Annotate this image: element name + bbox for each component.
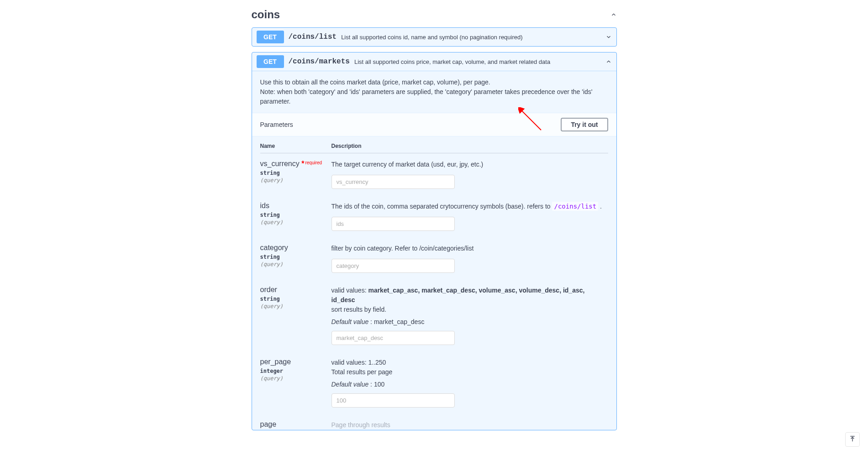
section-title: coins <box>252 8 280 21</box>
parameters-title: Parameters <box>260 121 293 128</box>
description-line: Note: when both 'category' and 'ids' par… <box>260 87 608 106</box>
chevron-down-icon <box>605 34 612 40</box>
param-type: string <box>260 212 331 218</box>
param-row-category: category string (query) filter by coin c… <box>260 244 608 273</box>
endpoint-description: Use this to obtain all the coins market … <box>252 71 616 113</box>
endpoint-path: /coins/list <box>289 33 337 41</box>
param-description: The target currency of market data (usd,… <box>331 160 608 169</box>
param-name: page <box>260 420 331 429</box>
param-desc-cell: The ids of the coin, comma separated cry… <box>331 202 608 231</box>
param-row-per-page: per_page integer (query) valid values: 1… <box>260 358 608 408</box>
param-name-cell: page <box>260 420 331 430</box>
param-in: (query) <box>260 261 331 267</box>
param-row-vs-currency: vs_currency *required string (query) The… <box>260 160 608 189</box>
param-row-page: page Page through results <box>260 420 608 430</box>
endpoint-coins-list: GET /coins/list List all supported coins… <box>252 27 617 47</box>
param-in: (query) <box>260 219 331 225</box>
endpoint-summary-row[interactable]: GET /coins/markets List all supported co… <box>252 52 616 71</box>
parameters-header: Parameters Try it out <box>252 113 616 136</box>
param-type: integer <box>260 368 331 374</box>
required-label: required <box>305 160 322 165</box>
vs-currency-input[interactable] <box>331 175 455 189</box>
param-description: valid values: 1..250 Total results per p… <box>331 358 608 377</box>
method-badge-get: GET <box>257 31 284 43</box>
param-desc-cell: The target currency of market data (usd,… <box>331 160 608 189</box>
endpoint-path: /coins/markets <box>289 58 350 66</box>
param-type: string <box>260 170 331 176</box>
param-name: per_page <box>260 358 331 366</box>
param-description: The ids of the coin, comma separated cry… <box>331 202 608 211</box>
chevron-up-icon <box>610 11 617 18</box>
coins-list-link[interactable]: /coins/list <box>552 202 598 211</box>
scroll-top-icon <box>849 435 856 436</box>
param-in: (query) <box>260 303 331 309</box>
column-header-description: Description <box>331 143 362 149</box>
param-desc-cell: valid values: 1..250 Total results per p… <box>331 358 608 408</box>
param-type: string <box>260 254 331 260</box>
ids-input[interactable] <box>331 217 455 231</box>
category-input[interactable] <box>331 259 455 273</box>
param-row-ids: ids string (query) The ids of the coin, … <box>260 202 608 231</box>
param-desc-cell: Page through results <box>331 420 608 430</box>
param-name-cell: order string (query) <box>260 286 331 345</box>
param-description: valid values: market_cap_asc, market_cap… <box>331 286 608 314</box>
param-description: filter by coin category. Refer to /coin/… <box>331 244 608 253</box>
param-name: order <box>260 286 331 294</box>
parameters-table: Name Description vs_currency *required s… <box>252 136 616 430</box>
param-name-cell: category string (query) <box>260 244 331 273</box>
param-in: (query) <box>260 177 331 183</box>
per-page-input[interactable] <box>331 393 455 408</box>
api-doc-container: coins GET /coins/list List all supported… <box>252 0 617 430</box>
default-value-line: Default value : 100 <box>331 381 608 388</box>
param-name: vs_currency *required <box>260 160 331 168</box>
param-desc-cell: filter by coin category. Refer to /coin/… <box>331 244 608 273</box>
param-type: string <box>260 296 331 302</box>
param-desc-cell: valid values: market_cap_asc, market_cap… <box>331 286 608 345</box>
param-name: ids <box>260 202 331 210</box>
param-name: category <box>260 244 331 252</box>
param-row-order: order string (query) valid values: marke… <box>260 286 608 345</box>
column-header-name: Name <box>260 143 331 149</box>
description-line: Use this to obtain all the coins market … <box>260 78 608 87</box>
method-badge-get: GET <box>257 55 284 68</box>
endpoint-summary-row[interactable]: GET /coins/list List all supported coins… <box>252 28 616 46</box>
param-name-cell: per_page integer (query) <box>260 358 331 408</box>
param-description: Page through results <box>331 420 608 430</box>
order-input[interactable] <box>331 331 455 345</box>
endpoint-body: Use this to obtain all the coins market … <box>252 71 616 430</box>
param-in: (query) <box>260 375 331 382</box>
param-name-cell: vs_currency *required string (query) <box>260 160 331 189</box>
scroll-to-top-button[interactable] <box>845 432 860 436</box>
default-value-line: Default value : market_cap_desc <box>331 318 608 325</box>
section-header[interactable]: coins <box>252 5 617 22</box>
chevron-up-icon <box>605 58 612 65</box>
endpoint-coins-markets: GET /coins/markets List all supported co… <box>252 52 617 430</box>
endpoint-summary: List all supported coins price, market c… <box>354 58 550 65</box>
param-name-cell: ids string (query) <box>260 202 331 231</box>
required-star-icon: * <box>300 160 305 167</box>
try-it-out-button[interactable]: Try it out <box>561 118 608 131</box>
endpoint-summary: List all supported coins id, name and sy… <box>341 34 522 41</box>
table-header-row: Name Description <box>260 143 608 153</box>
